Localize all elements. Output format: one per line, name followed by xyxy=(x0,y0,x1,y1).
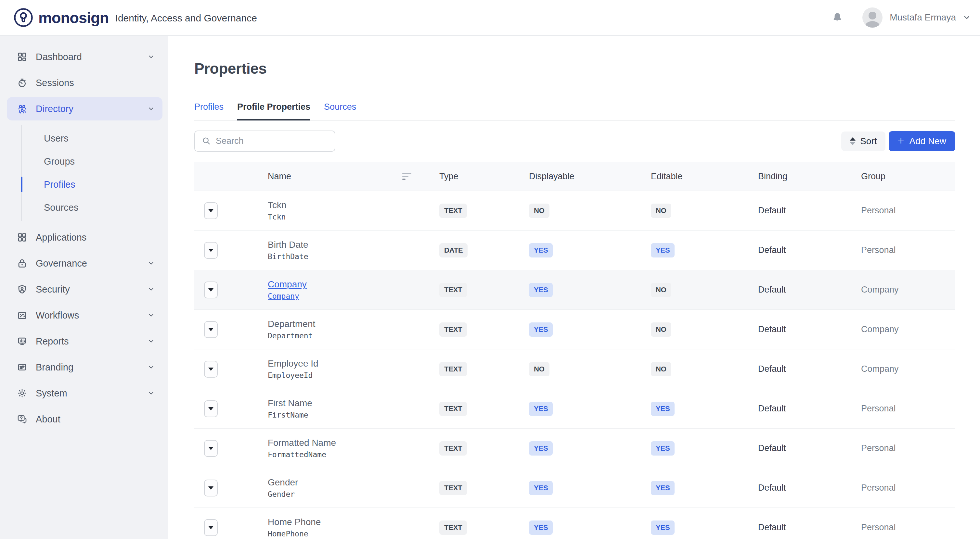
group-value: Company xyxy=(861,364,955,374)
group-value: Personal xyxy=(861,245,955,255)
sidebar-subitem-label: Profiles xyxy=(44,179,75,190)
notifications-bell-icon[interactable] xyxy=(831,11,843,24)
sidebar-item-label: Branding xyxy=(36,362,73,373)
sidebar-item-workflows[interactable]: Workflows xyxy=(7,304,162,327)
table-row: Department Department TEXT YES NO Defaul… xyxy=(194,309,955,349)
binding-value: Default xyxy=(758,443,861,453)
sidebar-item-applications[interactable]: Applications xyxy=(7,226,162,249)
property-name: First Name xyxy=(268,398,439,409)
property-name: Gender xyxy=(268,477,439,488)
tab-sources[interactable]: Sources xyxy=(324,101,356,120)
property-name: Home Phone xyxy=(268,517,439,527)
row-actions-dropdown-button[interactable] xyxy=(204,480,218,496)
type-badge: TEXT xyxy=(439,283,467,297)
row-actions-dropdown-button[interactable] xyxy=(204,400,218,417)
caret-down-icon xyxy=(208,249,213,252)
property-key[interactable]: Company xyxy=(268,292,439,300)
table-row: Birth Date BirthDate DATE YES YES Defaul… xyxy=(194,230,955,270)
group-value: Personal xyxy=(861,206,955,216)
binding-value: Default xyxy=(758,245,861,255)
user-avatar[interactable] xyxy=(862,8,883,28)
sidebar-item-dashboard[interactable]: Dashboard xyxy=(7,45,162,68)
binding-value: Default xyxy=(758,483,861,493)
add-new-button-label: Add New xyxy=(909,136,946,146)
page-title: Properties xyxy=(194,59,955,78)
sidebar-item-profiles[interactable]: Profiles xyxy=(44,173,168,196)
sidebar-item-branding[interactable]: Branding xyxy=(7,355,162,379)
sidebar-item-label: About xyxy=(36,414,60,425)
shield-user-icon xyxy=(17,284,28,295)
active-indicator xyxy=(21,177,22,192)
add-new-button[interactable]: + Add New xyxy=(889,131,955,151)
submenu-rail xyxy=(21,125,22,221)
apps-grid-icon xyxy=(17,232,28,243)
displayable-badge: YES xyxy=(529,243,553,257)
main-content: Properties Profiles Profile Properties S… xyxy=(168,36,980,539)
chevron-down-icon xyxy=(148,390,155,397)
sidebar-item-governance[interactable]: Governance xyxy=(7,252,162,275)
group-value: Personal xyxy=(861,443,955,453)
sidebar-item-label: Workflows xyxy=(36,310,79,321)
group-value: Personal xyxy=(861,522,955,533)
property-name: Tckn xyxy=(268,200,439,211)
table-row: First Name FirstName TEXT YES YES Defaul… xyxy=(194,388,955,428)
row-actions-dropdown-button[interactable] xyxy=(204,321,218,338)
chevron-down-icon xyxy=(148,286,155,293)
sidebar-item-system[interactable]: System xyxy=(7,382,162,405)
sidebar-item-groups[interactable]: Groups xyxy=(44,150,168,173)
binding-value: Default xyxy=(758,364,861,374)
top-bar: monosign Identity, Access and Governance… xyxy=(0,0,980,36)
displayable-badge: NO xyxy=(529,204,549,218)
row-actions-dropdown-button[interactable] xyxy=(204,361,218,377)
sidebar-item-sources[interactable]: Sources xyxy=(44,196,168,219)
sidebar-item-directory[interactable]: Directory xyxy=(7,97,162,120)
lock-icon xyxy=(17,258,28,269)
search-input[interactable] xyxy=(194,130,335,152)
tab-profiles[interactable]: Profiles xyxy=(194,101,224,120)
property-name[interactable]: Company xyxy=(268,279,439,290)
sidebar-item-label: Sessions xyxy=(36,78,74,88)
caret-down-icon xyxy=(208,487,213,490)
sidebar-item-about[interactable]: About xyxy=(7,407,162,431)
monitor-chart-icon xyxy=(17,336,28,347)
displayable-badge: YES xyxy=(529,481,553,495)
plus-icon: + xyxy=(898,135,904,146)
displayable-badge: YES xyxy=(529,283,553,297)
property-name: Formatted Name xyxy=(268,438,439,448)
property-key: FormattedName xyxy=(268,450,439,459)
row-actions-dropdown-button[interactable] xyxy=(204,440,218,457)
row-actions-dropdown-button[interactable] xyxy=(204,242,218,259)
table-header-row: Name Type Displayable Editable Binding G… xyxy=(194,162,955,190)
property-key: Tckn xyxy=(268,213,439,221)
property-key: HomePhone xyxy=(268,529,439,538)
chevron-down-icon xyxy=(148,53,155,60)
row-actions-dropdown-button[interactable] xyxy=(204,202,218,219)
editable-badge: YES xyxy=(651,441,675,455)
stopwatch-icon xyxy=(17,77,28,88)
sliders-card-icon xyxy=(17,362,28,373)
sort-bars-icon[interactable] xyxy=(402,173,411,180)
brand[interactable]: monosign Identity, Access and Governance xyxy=(13,7,257,28)
user-menu-chevron-down-icon[interactable] xyxy=(963,13,971,22)
sidebar-item-label: Applications xyxy=(36,232,86,243)
sidebar-item-sessions[interactable]: Sessions xyxy=(7,71,162,95)
sort-button[interactable]: Sort xyxy=(841,132,885,151)
wand-card-icon xyxy=(17,310,28,321)
group-value: Personal xyxy=(861,483,955,493)
column-label: Name xyxy=(268,171,291,182)
displayable-badge: NO xyxy=(529,362,549,376)
sidebar-item-security[interactable]: Security xyxy=(7,277,162,301)
property-name: Department xyxy=(268,319,439,329)
sidebar-item-users[interactable]: Users xyxy=(44,127,168,150)
type-badge: TEXT xyxy=(439,520,467,535)
type-badge: TEXT xyxy=(439,362,467,376)
displayable-badge: YES xyxy=(529,520,553,535)
row-actions-dropdown-button[interactable] xyxy=(204,519,218,536)
toolbar: Sort + Add New xyxy=(194,130,955,152)
sidebar-item-reports[interactable]: Reports xyxy=(7,330,162,353)
sidebar-item-label: Directory xyxy=(36,103,73,114)
header-editable: Editable xyxy=(651,171,758,182)
sidebar-item-label: Security xyxy=(36,284,70,295)
tab-profile-properties[interactable]: Profile Properties xyxy=(237,101,310,120)
row-actions-dropdown-button[interactable] xyxy=(204,282,218,298)
